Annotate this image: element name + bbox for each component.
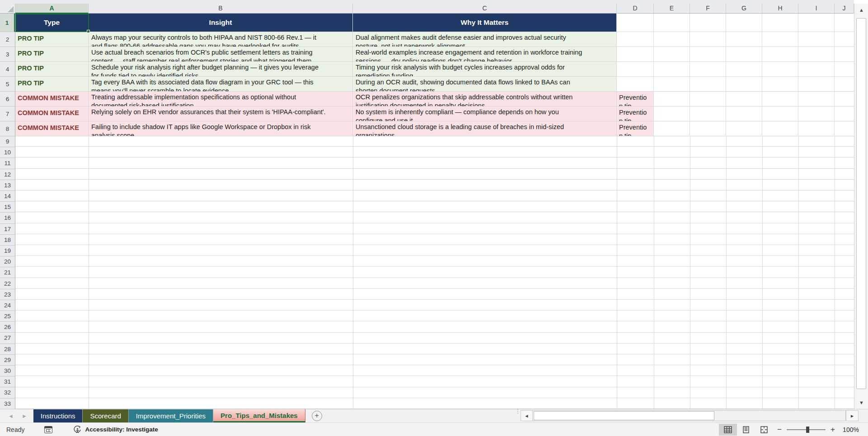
cell-A6[interactable]: COMMON MISTAKE <box>15 92 89 107</box>
cell-D2[interactable] <box>617 32 654 47</box>
row-header-14[interactable]: 14 <box>0 191 15 202</box>
cell-B3[interactable]: Use actual breach scenarios from OCR's p… <box>89 47 353 62</box>
tab-pro-tips-and-mistakes[interactable]: Pro_Tips_and_Mistakes <box>213 409 305 422</box>
column-header-B[interactable]: B <box>89 4 353 14</box>
cell-B2[interactable]: Always map your security controls to bot… <box>89 32 353 47</box>
row-header-13[interactable]: 13 <box>0 180 15 191</box>
accessibility-status[interactable]: Accessibility: Investigate <box>73 426 158 434</box>
row-header-1[interactable]: 1 <box>0 14 15 32</box>
zoom-in-button[interactable]: + <box>826 425 839 434</box>
row-header-7[interactable]: 7 <box>0 107 15 121</box>
fill-handle[interactable] <box>87 30 90 33</box>
column-header-J[interactable]: J <box>835 4 854 14</box>
cell-D6[interactable]: Prevention tip <box>617 92 654 107</box>
column-header-G[interactable]: G <box>726 4 762 14</box>
row-header-17[interactable]: 17 <box>0 224 15 235</box>
cell-C5[interactable]: During an OCR audit, showing documented … <box>353 77 617 92</box>
cell-B4[interactable]: Schedule your risk analysis right after … <box>89 62 353 77</box>
vertical-scroll-thumb[interactable] <box>856 18 866 389</box>
cell-A8[interactable]: COMMON MISTAKE <box>15 121 89 136</box>
row-header-28[interactable]: 28 <box>0 344 15 355</box>
horizontal-scroll-thumb[interactable] <box>534 411 714 420</box>
cell-B8[interactable]: Failing to include shadow IT apps like G… <box>89 121 353 136</box>
next-sheet-button[interactable]: ► <box>22 413 27 419</box>
zoom-slider[interactable] <box>787 429 826 430</box>
row-empty-cells[interactable] <box>654 77 854 92</box>
row-header-19[interactable]: 19 <box>0 246 15 256</box>
row-header-10[interactable]: 10 <box>0 147 15 158</box>
cell-D8[interactable]: Prevention tip <box>617 121 654 136</box>
column-header-F[interactable]: F <box>690 4 726 14</box>
row-header-3[interactable]: 3 <box>0 47 15 62</box>
select-all-corner[interactable] <box>0 4 15 13</box>
cell-D1[interactable] <box>617 14 654 32</box>
row-empty-cells[interactable] <box>654 121 854 136</box>
row-header-29[interactable]: 29 <box>0 355 15 366</box>
scroll-left-button[interactable]: ◄ <box>521 411 533 421</box>
row-header-2[interactable]: 2 <box>0 32 15 47</box>
cell-B1[interactable]: Insight <box>89 14 353 32</box>
column-header-E[interactable]: E <box>654 4 690 14</box>
cell-D5[interactable] <box>617 77 654 92</box>
row-empty-cells[interactable] <box>654 92 854 107</box>
row-1-empty-cells[interactable] <box>654 14 854 32</box>
row-header-6[interactable]: 6 <box>0 92 15 107</box>
row-empty-cells[interactable] <box>654 47 854 62</box>
cell-C8[interactable]: Unsanctioned cloud storage is a leading … <box>353 121 617 136</box>
add-sheet-button[interactable]: + <box>312 411 322 421</box>
row-header-26[interactable]: 26 <box>0 322 15 333</box>
page-layout-view-button[interactable] <box>737 424 755 436</box>
cell-A4[interactable]: PRO TIP <box>15 62 89 77</box>
zoom-out-button[interactable]: − <box>773 425 786 434</box>
row-header-27[interactable]: 27 <box>0 333 15 343</box>
row-header-5[interactable]: 5 <box>0 77 15 92</box>
row-header-23[interactable]: 23 <box>0 289 15 300</box>
page-break-view-button[interactable] <box>755 424 773 436</box>
cell-C2[interactable]: Dual alignment makes audit defense easie… <box>353 32 617 47</box>
cell-B7[interactable]: Relying solely on EHR vendor assurances … <box>89 107 353 121</box>
row-header-32[interactable]: 32 <box>0 387 15 398</box>
cell-C4[interactable]: Timing your risk analysis with budget cy… <box>353 62 617 77</box>
row-header-18[interactable]: 18 <box>0 235 15 246</box>
active-cell-selection[interactable] <box>15 14 89 32</box>
column-header-H[interactable]: H <box>762 4 798 14</box>
row-header-12[interactable]: 12 <box>0 169 15 180</box>
cell-C7[interactable]: No system is inherently compliant — comp… <box>353 107 617 121</box>
zoom-level-label[interactable]: 100% <box>839 426 863 433</box>
column-header-I[interactable]: I <box>798 4 835 14</box>
row-header-31[interactable]: 31 <box>0 376 15 387</box>
tab-instructions[interactable]: Instructions <box>33 409 83 422</box>
vertical-scrollbar[interactable]: ▲ ▼ <box>854 4 868 409</box>
row-header-4[interactable]: 4 <box>0 62 15 77</box>
scroll-right-button[interactable]: ► <box>846 410 859 421</box>
cell-D7[interactable]: Prevention tip <box>617 107 654 121</box>
cell-A3[interactable]: PRO TIP <box>15 47 89 62</box>
row-header-9[interactable]: 9 <box>0 136 15 147</box>
empty-grid-area[interactable] <box>15 136 854 409</box>
cell-A5[interactable]: PRO TIP <box>15 77 89 92</box>
row-header-11[interactable]: 11 <box>0 158 15 169</box>
row-header-20[interactable]: 20 <box>0 256 15 267</box>
row-header-8[interactable]: 8 <box>0 121 15 136</box>
cell-B5[interactable]: Tag every BAA with its associated data f… <box>89 77 353 92</box>
cell-C3[interactable]: Real-world examples increase engagement … <box>353 47 617 62</box>
cell-D3[interactable] <box>617 47 654 62</box>
cell-A7[interactable]: COMMON MISTAKE <box>15 107 89 121</box>
cell-B6[interactable]: Treating addressable implementation spec… <box>89 92 353 107</box>
tab-improvement-priorities[interactable]: Improvement_Priorities <box>129 409 213 422</box>
row-header-16[interactable]: 16 <box>0 213 15 223</box>
scrollbar-resize-handle[interactable]: ⋮ <box>515 409 519 413</box>
row-header-30[interactable]: 30 <box>0 366 15 376</box>
zoom-slider-handle[interactable] <box>806 427 809 433</box>
row-header-24[interactable]: 24 <box>0 300 15 311</box>
cell-A2[interactable]: PRO TIP <box>15 32 89 47</box>
row-header-21[interactable]: 21 <box>0 267 15 278</box>
row-header-15[interactable]: 15 <box>0 202 15 213</box>
cell-C1[interactable]: Why It Matters <box>353 14 617 32</box>
row-empty-cells[interactable] <box>654 32 854 47</box>
prev-sheet-button[interactable]: ◄ <box>8 413 14 419</box>
cell-C6[interactable]: OCR penalizes organizations that skip ad… <box>353 92 617 107</box>
row-header-33[interactable]: 33 <box>0 399 15 409</box>
sheet-grid[interactable]: Type Insight Why It Matters PRO TIP Alwa… <box>0 14 854 409</box>
column-header-A[interactable]: A <box>15 4 89 14</box>
